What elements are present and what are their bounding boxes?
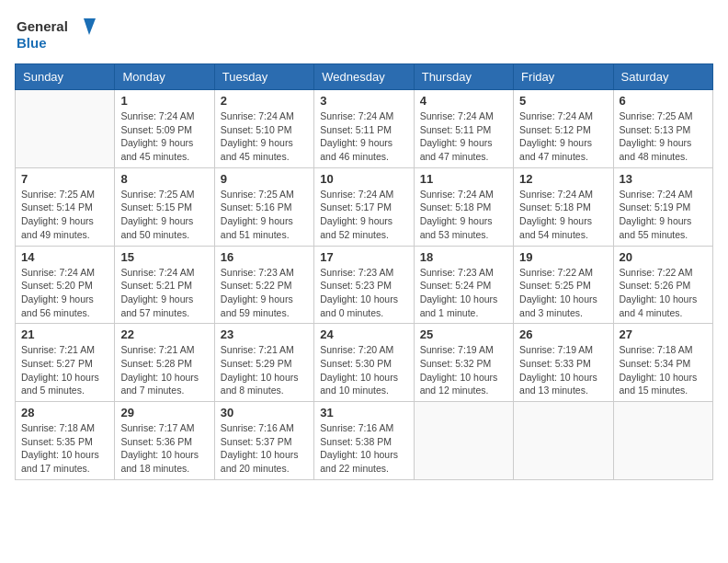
- calendar-cell: 22Sunrise: 7:21 AMSunset: 5:28 PMDayligh…: [115, 324, 214, 402]
- header: General Blue: [15, 15, 713, 56]
- calendar-cell: [613, 402, 712, 480]
- calendar-cell: 11Sunrise: 7:24 AMSunset: 5:18 PMDayligh…: [414, 167, 513, 246]
- calendar-cell: 29Sunrise: 7:17 AMSunset: 5:36 PMDayligh…: [115, 402, 214, 480]
- weekday-header-row: SundayMondayTuesdayWednesdayThursdayFrid…: [16, 64, 713, 90]
- weekday-header-thursday: Thursday: [414, 64, 513, 90]
- day-info: Sunrise: 7:23 AMSunset: 5:22 PMDaylight:…: [221, 266, 308, 320]
- day-info: Sunrise: 7:25 AMSunset: 5:15 PMDaylight:…: [120, 188, 208, 242]
- calendar-cell: 25Sunrise: 7:19 AMSunset: 5:32 PMDayligh…: [414, 324, 513, 402]
- calendar-cell: 3Sunrise: 7:24 AMSunset: 5:11 PMDaylight…: [314, 90, 414, 168]
- calendar-cell: 27Sunrise: 7:18 AMSunset: 5:34 PMDayligh…: [613, 324, 712, 402]
- day-info: Sunrise: 7:24 AMSunset: 5:09 PMDaylight:…: [120, 109, 208, 164]
- day-info: Sunrise: 7:24 AMSunset: 5:18 PMDaylight:…: [519, 188, 607, 242]
- calendar-cell: 13Sunrise: 7:24 AMSunset: 5:19 PMDayligh…: [613, 167, 712, 246]
- calendar-cell: 28Sunrise: 7:18 AMSunset: 5:35 PMDayligh…: [16, 402, 115, 480]
- day-number: 24: [320, 327, 407, 341]
- day-info: Sunrise: 7:24 AMSunset: 5:21 PMDaylight:…: [120, 266, 208, 320]
- day-number: 22: [120, 327, 208, 341]
- day-info: Sunrise: 7:24 AMSunset: 5:17 PMDaylight:…: [320, 188, 407, 242]
- day-info: Sunrise: 7:22 AMSunset: 5:25 PMDaylight:…: [519, 266, 607, 320]
- calendar-cell: 4Sunrise: 7:24 AMSunset: 5:11 PMDaylight…: [414, 90, 513, 168]
- calendar-cell: 20Sunrise: 7:22 AMSunset: 5:26 PMDayligh…: [613, 246, 712, 324]
- day-number: 15: [120, 250, 208, 264]
- calendar-cell: 14Sunrise: 7:24 AMSunset: 5:20 PMDayligh…: [16, 246, 115, 324]
- calendar-cell: 7Sunrise: 7:25 AMSunset: 5:14 PMDaylight…: [16, 167, 115, 246]
- day-number: 10: [320, 172, 407, 186]
- calendar-cell: 5Sunrise: 7:24 AMSunset: 5:12 PMDaylight…: [514, 90, 613, 168]
- day-info: Sunrise: 7:21 AMSunset: 5:29 PMDaylight:…: [221, 343, 308, 397]
- day-info: Sunrise: 7:25 AMSunset: 5:13 PMDaylight:…: [620, 109, 707, 164]
- calendar-week-row: 14Sunrise: 7:24 AMSunset: 5:20 PMDayligh…: [16, 246, 713, 324]
- calendar-cell: 23Sunrise: 7:21 AMSunset: 5:29 PMDayligh…: [214, 324, 313, 402]
- day-info: Sunrise: 7:25 AMSunset: 5:14 PMDaylight:…: [21, 188, 108, 242]
- calendar-cell: 1Sunrise: 7:24 AMSunset: 5:09 PMDaylight…: [115, 90, 214, 168]
- svg-marker-2: [84, 18, 96, 35]
- day-info: Sunrise: 7:18 AMSunset: 5:35 PMDaylight:…: [21, 421, 108, 476]
- day-number: 4: [420, 94, 507, 108]
- calendar-cell: 21Sunrise: 7:21 AMSunset: 5:27 PMDayligh…: [16, 324, 115, 402]
- weekday-header-saturday: Saturday: [613, 64, 712, 90]
- day-number: 14: [21, 250, 108, 264]
- calendar-cell: 9Sunrise: 7:25 AMSunset: 5:16 PMDaylight…: [214, 167, 313, 246]
- day-number: 25: [420, 327, 507, 341]
- day-number: 30: [221, 406, 308, 419]
- day-info: Sunrise: 7:20 AMSunset: 5:30 PMDaylight:…: [320, 343, 407, 397]
- day-number: 7: [21, 172, 108, 186]
- day-info: Sunrise: 7:23 AMSunset: 5:23 PMDaylight:…: [320, 266, 407, 320]
- day-info: Sunrise: 7:24 AMSunset: 5:19 PMDaylight:…: [620, 188, 707, 242]
- day-info: Sunrise: 7:24 AMSunset: 5:11 PMDaylight:…: [420, 109, 507, 164]
- day-number: 13: [620, 172, 707, 186]
- day-number: 8: [120, 172, 208, 186]
- logo: General Blue: [15, 15, 97, 56]
- day-info: Sunrise: 7:19 AMSunset: 5:33 PMDaylight:…: [519, 343, 607, 397]
- day-number: 12: [519, 172, 607, 186]
- day-info: Sunrise: 7:19 AMSunset: 5:32 PMDaylight:…: [420, 343, 507, 397]
- day-info: Sunrise: 7:22 AMSunset: 5:26 PMDaylight:…: [620, 266, 707, 320]
- calendar-cell: 24Sunrise: 7:20 AMSunset: 5:30 PMDayligh…: [314, 324, 414, 402]
- day-number: 21: [21, 327, 108, 341]
- calendar-week-row: 1Sunrise: 7:24 AMSunset: 5:09 PMDaylight…: [16, 90, 713, 168]
- calendar-cell: 30Sunrise: 7:16 AMSunset: 5:37 PMDayligh…: [214, 402, 313, 480]
- day-number: 1: [120, 94, 208, 108]
- weekday-header-sunday: Sunday: [16, 64, 115, 90]
- day-number: 26: [519, 327, 607, 341]
- calendar-cell: 6Sunrise: 7:25 AMSunset: 5:13 PMDaylight…: [613, 90, 712, 168]
- calendar-week-row: 7Sunrise: 7:25 AMSunset: 5:14 PMDaylight…: [16, 167, 713, 246]
- calendar-cell: [16, 90, 115, 168]
- day-number: 6: [620, 94, 707, 108]
- day-number: 31: [320, 406, 407, 419]
- day-number: 20: [620, 250, 707, 264]
- weekday-header-monday: Monday: [115, 64, 214, 90]
- calendar-cell: 2Sunrise: 7:24 AMSunset: 5:10 PMDaylight…: [214, 90, 313, 168]
- day-info: Sunrise: 7:24 AMSunset: 5:18 PMDaylight:…: [420, 188, 507, 242]
- calendar-cell: 8Sunrise: 7:25 AMSunset: 5:15 PMDaylight…: [115, 167, 214, 246]
- day-info: Sunrise: 7:18 AMSunset: 5:34 PMDaylight:…: [620, 343, 707, 397]
- calendar-cell: 18Sunrise: 7:23 AMSunset: 5:24 PMDayligh…: [414, 246, 513, 324]
- day-number: 9: [221, 172, 308, 186]
- calendar-cell: [514, 402, 613, 480]
- calendar-cell: 26Sunrise: 7:19 AMSunset: 5:33 PMDayligh…: [514, 324, 613, 402]
- calendar-cell: 15Sunrise: 7:24 AMSunset: 5:21 PMDayligh…: [115, 246, 214, 324]
- day-info: Sunrise: 7:24 AMSunset: 5:20 PMDaylight:…: [21, 266, 108, 320]
- calendar-cell: 12Sunrise: 7:24 AMSunset: 5:18 PMDayligh…: [514, 167, 613, 246]
- calendar-cell: [414, 402, 513, 480]
- calendar-cell: 31Sunrise: 7:16 AMSunset: 5:38 PMDayligh…: [314, 402, 414, 480]
- day-info: Sunrise: 7:24 AMSunset: 5:11 PMDaylight:…: [320, 109, 407, 164]
- day-number: 3: [320, 94, 407, 108]
- day-number: 5: [519, 94, 607, 108]
- svg-text:General: General: [17, 18, 68, 34]
- day-info: Sunrise: 7:25 AMSunset: 5:16 PMDaylight:…: [221, 188, 308, 242]
- day-number: 27: [620, 327, 707, 341]
- day-info: Sunrise: 7:23 AMSunset: 5:24 PMDaylight:…: [420, 266, 507, 320]
- calendar-cell: 17Sunrise: 7:23 AMSunset: 5:23 PMDayligh…: [314, 246, 414, 324]
- day-info: Sunrise: 7:17 AMSunset: 5:36 PMDaylight:…: [120, 421, 208, 476]
- day-number: 17: [320, 250, 407, 264]
- weekday-header-friday: Friday: [514, 64, 613, 90]
- day-info: Sunrise: 7:16 AMSunset: 5:37 PMDaylight:…: [221, 421, 308, 476]
- calendar-week-row: 28Sunrise: 7:18 AMSunset: 5:35 PMDayligh…: [16, 402, 713, 480]
- day-number: 18: [420, 250, 507, 264]
- calendar-table: SundayMondayTuesdayWednesdayThursdayFrid…: [15, 63, 713, 480]
- calendar-week-row: 21Sunrise: 7:21 AMSunset: 5:27 PMDayligh…: [16, 324, 713, 402]
- day-number: 16: [221, 250, 308, 264]
- day-number: 23: [221, 327, 308, 341]
